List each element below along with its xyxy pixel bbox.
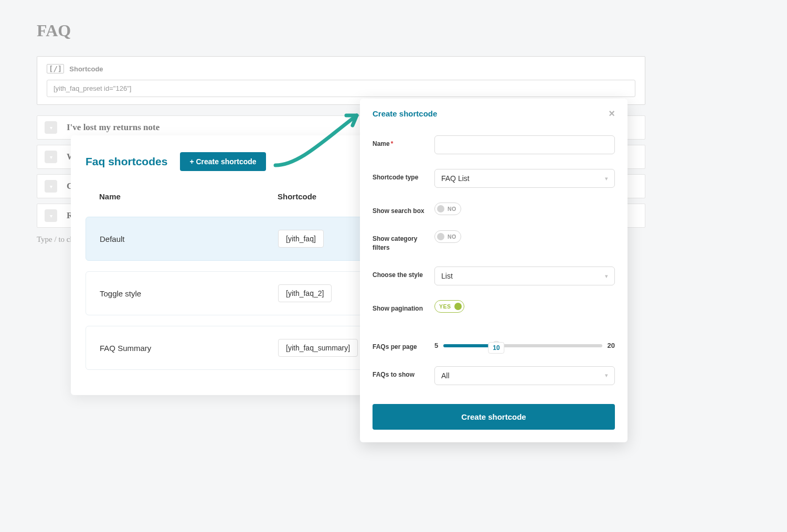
shortcode-panel: [/] Shortcode (37, 56, 645, 105)
shortcode-input[interactable] (47, 80, 635, 97)
slider-max: 20 (608, 342, 615, 349)
row-shortcode[interactable]: [yith_faq_summary] (278, 339, 358, 357)
chevron-down-icon[interactable]: ▾ (45, 180, 57, 193)
column-name: Name (99, 192, 278, 201)
style-label: Choose the style (373, 267, 434, 280)
toggle-value: NO (448, 233, 456, 240)
create-shortcode-modal: Create shortcode × Name* Shortcode type … (360, 99, 628, 442)
shortcodes-card-title: Faq shortcodes (86, 155, 167, 168)
type-select[interactable]: FAQ List ▾ (434, 169, 615, 188)
row-shortcode[interactable]: [yith_faq] (278, 230, 324, 248)
style-select[interactable]: List ▾ (434, 267, 615, 285)
slider-min: 5 (434, 342, 438, 349)
category-toggle[interactable]: NO (434, 230, 461, 243)
type-label: Shortcode type (373, 169, 434, 182)
accordion-title: I've lost my returns note (67, 122, 159, 133)
toggle-value: NO (448, 206, 456, 212)
page-title: FAQ (37, 21, 645, 40)
modal-title: Create shortcode (373, 109, 437, 118)
category-label: Show category filters (373, 230, 434, 252)
submit-button[interactable]: Create shortcode (373, 404, 615, 430)
name-field[interactable] (434, 135, 615, 154)
chevron-down-icon: ▾ (605, 175, 608, 182)
chevron-down-icon[interactable]: ▾ (45, 121, 57, 134)
type-value: FAQ List (441, 174, 470, 183)
shortcode-label: Shortcode (69, 65, 103, 73)
perpage-label: FAQs per page (373, 328, 434, 352)
search-label: Show search box (373, 203, 434, 216)
shortcode-label-row: [/] Shortcode (47, 64, 635, 73)
shortcode-icon: [/] (47, 64, 64, 73)
show-select[interactable]: All ▾ (434, 366, 615, 385)
toggle-knob (437, 233, 444, 240)
chevron-down-icon[interactable]: ▾ (45, 151, 57, 163)
toggle-knob (437, 205, 444, 212)
row-name: Default (100, 235, 278, 243)
toggle-value: YES (439, 303, 451, 310)
slider-value-badge: 10 (488, 342, 504, 354)
show-label: FAQs to show (373, 366, 434, 379)
name-label: Name* (373, 135, 434, 148)
pagination-toggle[interactable]: YES (434, 300, 464, 313)
pagination-label: Show pagination (373, 300, 434, 313)
search-toggle[interactable]: NO (434, 203, 461, 215)
create-shortcode-button[interactable]: + Create shortcode (180, 152, 265, 171)
perpage-slider[interactable]: 5 10 20 (434, 328, 615, 349)
row-shortcode[interactable]: [yith_faq_2] (278, 284, 332, 302)
chevron-down-icon: ▾ (605, 273, 608, 280)
row-name: FAQ Summary (100, 344, 278, 353)
toggle-knob (454, 303, 462, 310)
chevron-down-icon: ▾ (605, 372, 608, 379)
row-name: Toggle style (100, 289, 278, 298)
close-icon[interactable]: × (609, 108, 615, 119)
show-value: All (441, 371, 450, 380)
chevron-down-icon[interactable]: ▾ (45, 209, 57, 222)
style-value: List (441, 272, 453, 280)
slider-track[interactable]: 10 (443, 344, 602, 347)
